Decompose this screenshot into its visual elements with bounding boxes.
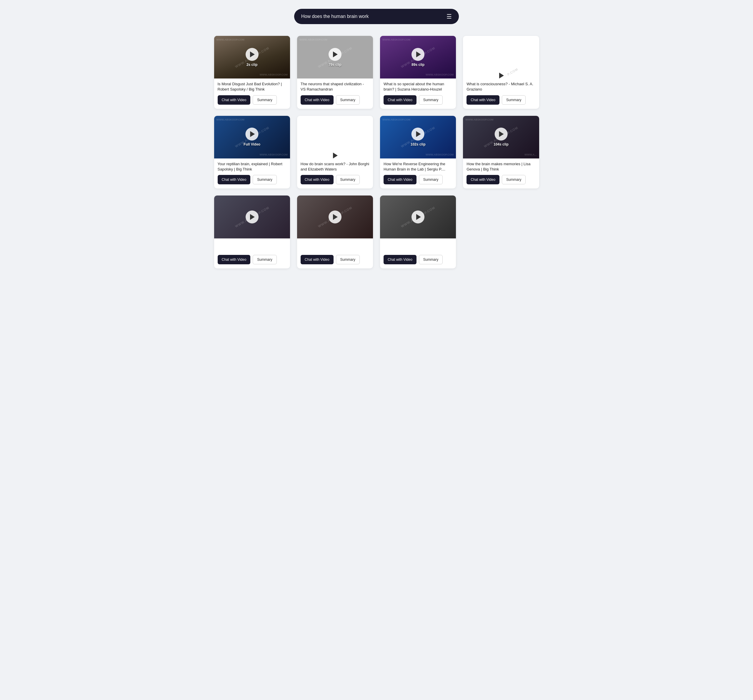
thumbnail-7[interactable]: WWW.ABSKOOP.COM WWW.ABSKOOP.COM WWW.ABSK…: [380, 116, 456, 159]
card-body-4: What is consciousness? - Michael S. A. G…: [463, 78, 539, 109]
summary-button-4[interactable]: Summary: [502, 95, 526, 104]
card-body-6: How do brain scans work? - John Borghi a…: [297, 159, 373, 189]
search-bar-container: ☰: [214, 9, 539, 24]
summary-button-8[interactable]: Summary: [502, 175, 526, 184]
video-card-9: WWW.ABSKOOP.COM Chat with Video Summary: [214, 195, 290, 268]
watermark-br: WWW.A...: [525, 153, 537, 156]
video-title-10: [301, 242, 369, 252]
chat-button-10[interactable]: Chat with Video: [301, 255, 334, 264]
thumbnail-1[interactable]: WWW.ABSKOOP.COM WWW.ABSKOOP.COM WWW.ABSK…: [214, 36, 290, 78]
video-title-8: How the brain makes memories | Lisa Geno…: [467, 161, 535, 172]
play-button-5[interactable]: Full Video: [244, 128, 260, 147]
chat-button-8[interactable]: Chat with Video: [467, 175, 500, 184]
watermark: WWW.ABSKOOP.COM: [383, 118, 410, 121]
summary-button-3[interactable]: Summary: [419, 95, 443, 104]
thumbnail-10[interactable]: WWW.ABSKOOP.COM: [297, 195, 373, 238]
chat-button-1[interactable]: Chat with Video: [218, 95, 251, 104]
video-card-10: WWW.ABSKOOP.COM Chat with Video Summary: [297, 195, 373, 268]
thumbnail-6[interactable]: f WWW.ABSKOOP.COM WWW.ABSKOOP.COM 97s cl…: [297, 116, 373, 159]
video-card-8: WWW.ABSKOOP.COM WWW.ABSKOOP.COM WWW.A...…: [463, 116, 539, 189]
play-button-9[interactable]: [245, 210, 259, 223]
card-actions-3: Chat with Video Summary: [384, 95, 452, 104]
card-actions-9: Chat with Video Summary: [218, 255, 286, 264]
video-title-2: The neurons that shaped civilization - V…: [301, 81, 369, 92]
card-body-9: Chat with Video Summary: [214, 239, 290, 268]
video-card-7: WWW.ABSKOOP.COM WWW.ABSKOOP.COM WWW.ABSK…: [380, 116, 456, 189]
play-button-10[interactable]: [328, 210, 342, 223]
chat-button-11[interactable]: Chat with Video: [384, 255, 417, 264]
play-button-7[interactable]: 102s clip: [411, 128, 426, 147]
summary-button-7[interactable]: Summary: [419, 175, 443, 184]
video-card-3: WWW.ABSKOOP.COM WWW.ABSKOOP.COM WWW.ABSK…: [380, 36, 456, 109]
summary-button-2[interactable]: Summary: [336, 95, 360, 104]
chat-button-2[interactable]: Chat with Video: [301, 95, 334, 104]
play-button-1[interactable]: 2s clip: [245, 48, 259, 67]
video-title-9: [218, 242, 286, 252]
summary-button-9[interactable]: Summary: [253, 255, 277, 264]
video-card-5: WWW.ABSKOOP.COM WWW.ABSKOOP.COM WWW.ABSK…: [214, 116, 290, 189]
page-wrapper: ☰ WWW.ABSKOOP.COM WWW.ABSKOOP.COM WWW.AB…: [208, 0, 545, 280]
video-title-11: [384, 242, 452, 252]
video-card-6: f WWW.ABSKOOP.COM WWW.ABSKOOP.COM 97s cl…: [297, 116, 373, 189]
card-actions-5: Chat with Video Summary: [218, 175, 286, 184]
video-card-11: WWW.ABSKOOP.COM Chat with Video Summary: [380, 195, 456, 268]
card-body-3: What is so special about the human brain…: [380, 78, 456, 109]
card-body-10: Chat with Video Summary: [297, 239, 373, 268]
video-title-1: Is Moral Disgust Just Bad Evolution? | R…: [218, 81, 286, 92]
watermark: WWW.ABSKOOP.COM: [217, 118, 244, 121]
thumbnail-8[interactable]: WWW.ABSKOOP.COM WWW.ABSKOOP.COM WWW.A...…: [463, 116, 539, 159]
video-card-2: WWW.ABSKOOP.COM WWW.ABSKOOP.COM 79s clip…: [297, 36, 373, 109]
watermark: WWW.ABSKOOP.COM: [466, 118, 493, 121]
play-button-6[interactable]: 97s clip: [328, 149, 342, 159]
card-body-11: Chat with Video Summary: [380, 239, 456, 268]
chat-button-5[interactable]: Chat with Video: [218, 175, 251, 184]
card-body-7: How We're Reverse Engineering the Human …: [380, 159, 456, 189]
video-card-4: WWW.ABSKOOP.COM WWW.ABSKOOP.COM 93s clip…: [463, 36, 539, 109]
video-title-4: What is consciousness? - Michael S. A. G…: [467, 81, 535, 92]
card-body-5: Your reptilian brain, explained | Robert…: [214, 159, 290, 189]
search-bar: ☰: [294, 9, 459, 24]
card-actions-2: Chat with Video Summary: [301, 95, 369, 104]
card-actions-7: Chat with Video Summary: [384, 175, 452, 184]
play-button-4[interactable]: 93s clip: [494, 69, 508, 78]
play-button-8[interactable]: 104s clip: [494, 128, 509, 147]
summary-button-10[interactable]: Summary: [336, 255, 360, 264]
thumbnail-11[interactable]: WWW.ABSKOOP.COM: [380, 195, 456, 238]
search-input[interactable]: [301, 14, 443, 19]
card-body-1: Is Moral Disgust Just Bad Evolution? | R…: [214, 78, 290, 109]
card-body-8: How the brain makes memories | Lisa Geno…: [463, 159, 539, 189]
chat-button-9[interactable]: Chat with Video: [218, 255, 251, 264]
summary-button-6[interactable]: Summary: [336, 175, 360, 184]
play-button-3[interactable]: 89s clip: [411, 48, 425, 67]
chat-button-7[interactable]: Chat with Video: [384, 175, 417, 184]
card-actions-1: Chat with Video Summary: [218, 95, 286, 104]
play-button-2[interactable]: 79s clip: [328, 48, 342, 67]
card-actions-4: Chat with Video Summary: [467, 95, 535, 104]
watermark-br: WWW.ABSKOOP.COM: [259, 153, 287, 156]
watermark: WWW.ABSKOOP.COM: [300, 38, 327, 41]
video-card: WWW.ABSKOOP.COM WWW.ABSKOOP.COM WWW.ABSK…: [214, 36, 290, 109]
summary-button-11[interactable]: Summary: [419, 255, 443, 264]
summary-button-1[interactable]: Summary: [253, 95, 277, 104]
thumbnail-4[interactable]: WWW.ABSKOOP.COM WWW.ABSKOOP.COM 93s clip: [463, 36, 539, 78]
card-body-2: The neurons that shaped civilization - V…: [297, 78, 373, 109]
chat-button-4[interactable]: Chat with Video: [467, 95, 500, 104]
play-button-11[interactable]: [411, 210, 425, 223]
thumbnail-3[interactable]: WWW.ABSKOOP.COM WWW.ABSKOOP.COM WWW.ABSK…: [380, 36, 456, 78]
menu-icon[interactable]: ☰: [447, 13, 452, 20]
video-title-7: How We're Reverse Engineering the Human …: [384, 161, 452, 172]
card-actions-11: Chat with Video Summary: [384, 255, 452, 264]
video-title-6: How do brain scans work? - John Borghi a…: [301, 161, 369, 172]
card-actions-8: Chat with Video Summary: [467, 175, 535, 184]
thumbnail-5[interactable]: WWW.ABSKOOP.COM WWW.ABSKOOP.COM WWW.ABSK…: [214, 116, 290, 159]
video-title-5: Your reptilian brain, explained | Robert…: [218, 161, 286, 172]
thumbnail-2[interactable]: WWW.ABSKOOP.COM WWW.ABSKOOP.COM 79s clip: [297, 36, 373, 78]
chat-button-3[interactable]: Chat with Video: [384, 95, 417, 104]
card-actions-10: Chat with Video Summary: [301, 255, 369, 264]
video-title-3: What is so special about the human brain…: [384, 81, 452, 92]
video-grid: WWW.ABSKOOP.COM WWW.ABSKOOP.COM WWW.ABSK…: [214, 36, 539, 268]
summary-button-5[interactable]: Summary: [253, 175, 277, 184]
thumbnail-9[interactable]: WWW.ABSKOOP.COM: [214, 195, 290, 238]
chat-button-6[interactable]: Chat with Video: [301, 175, 334, 184]
watermark-br: WWW.ABSKOOP.COM: [426, 153, 453, 156]
